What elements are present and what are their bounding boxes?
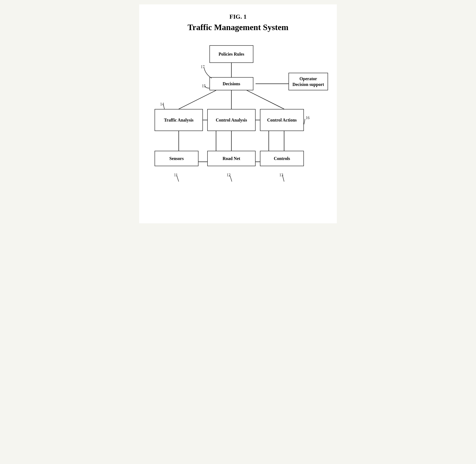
box-decisions: Decisions (209, 77, 253, 90)
box-control-analysis: Control Analysis (207, 109, 256, 131)
box-policies-rules: Policies Rules (209, 45, 253, 63)
label-12: 12 (227, 173, 231, 177)
svg-line-2 (179, 90, 216, 109)
svg-line-4 (247, 90, 284, 109)
label-17: 17 (201, 65, 205, 69)
box-operator-decision: Operator Decision support (289, 73, 328, 90)
policies-rules-label: Policies Rules (218, 51, 244, 57)
traffic-analysis-label: Traffic Analysis (164, 117, 194, 123)
label-14: 14 (160, 102, 164, 106)
box-sensors: Sensors (155, 151, 198, 166)
label-15: 15 (202, 84, 206, 88)
box-traffic-analysis: Traffic Analysis (155, 109, 203, 131)
control-analysis-label: Control Analysis (216, 117, 247, 123)
operator-decision-label: Operator Decision support (292, 76, 325, 87)
page: FIG. 1 Traffic Management System (139, 4, 337, 223)
fig-title: FIG. 1 (148, 13, 328, 20)
diagram-container: Policies Rules Decisions Operator Decisi… (148, 41, 328, 212)
box-controls: Controls (260, 151, 304, 166)
decisions-label: Decisions (223, 81, 240, 87)
label-16: 16 (306, 116, 309, 120)
label-11: 11 (174, 173, 178, 177)
sensors-label: Sensors (169, 156, 184, 161)
controls-label: Controls (274, 156, 290, 161)
box-road-net: Road Net (207, 151, 256, 166)
diagram-title: Traffic Management System (148, 22, 328, 32)
control-actions-label: Control Actions (267, 117, 297, 123)
road-net-label: Road Net (223, 156, 240, 161)
label-13: 13 (279, 173, 283, 177)
box-control-actions: Control Actions (260, 109, 304, 131)
